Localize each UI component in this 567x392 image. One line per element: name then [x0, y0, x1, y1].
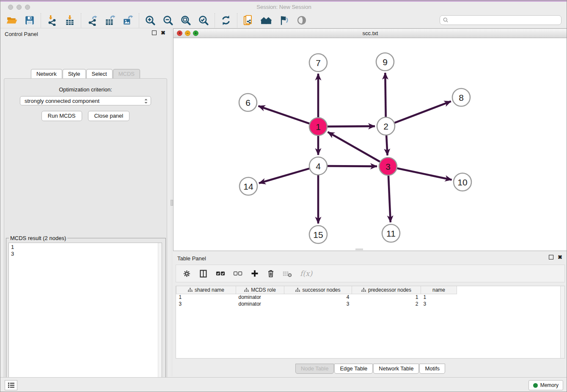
network-canvas[interactable]: 7968124314101511: [173, 38, 567, 251]
toolbar-separator: [81, 13, 81, 28]
graph-edge-4-3[interactable]: [328, 166, 377, 166]
tab-motifs[interactable]: Motifs: [419, 364, 445, 374]
tab-network-table[interactable]: Network Table: [373, 364, 419, 374]
close-table-panel-icon[interactable]: ✖: [558, 255, 562, 259]
graph-edge-2-8[interactable]: [395, 101, 451, 123]
settings-gear-icon[interactable]: [183, 270, 191, 278]
optimization-criterion-label: Optimization criterion:: [4, 86, 167, 93]
canvas-scroll-nub[interactable]: [355, 248, 363, 250]
table-toolbar: f(x): [176, 265, 565, 282]
delete-table-icon[interactable]: [283, 270, 292, 277]
graph-node-label-2: 2: [383, 121, 388, 131]
graph-node-label-14: 14: [243, 182, 253, 191]
add-column-icon[interactable]: [250, 269, 259, 278]
graph-edge-1-2[interactable]: [328, 126, 375, 127]
search-field[interactable]: [440, 15, 561, 25]
status-bar: Memory: [0, 377, 567, 392]
tab-select[interactable]: Select: [86, 69, 113, 79]
toolbar-separator: [215, 13, 215, 28]
column-header-name[interactable]: name: [421, 286, 457, 294]
import-network-icon[interactable]: [47, 15, 58, 26]
column-view-icon[interactable]: [199, 269, 208, 278]
search-icon: [443, 17, 449, 23]
graph-node-label-7: 7: [316, 58, 321, 68]
select-all-checks-icon[interactable]: [216, 270, 225, 277]
graph-edge-2-3[interactable]: [386, 135, 387, 155]
tab-node-table[interactable]: Node Table: [295, 364, 334, 374]
column-type-icon: [188, 288, 193, 292]
export-table-icon[interactable]: [105, 15, 116, 26]
hide-graphics-details-icon[interactable]: [278, 15, 289, 26]
control-panel-title: Control Panel: [5, 31, 38, 37]
control-panel: Control Panel ✖ Network Style Select MCD…: [0, 28, 171, 376]
graph-node-label-15: 15: [313, 230, 323, 240]
float-panel-icon[interactable]: [152, 30, 157, 35]
search-input[interactable]: [449, 17, 561, 23]
tab-style[interactable]: Style: [63, 69, 86, 79]
toolbar-separator: [41, 13, 41, 28]
graph-node-label-1: 1: [316, 122, 321, 132]
table-row[interactable]: 3 dominator 3 2 3: [176, 301, 457, 307]
table-scrollbar[interactable]: [560, 286, 564, 358]
table-panel: Table Panel ✖: [173, 253, 567, 376]
graph-edge-3-1[interactable]: [328, 132, 380, 162]
float-table-panel-icon[interactable]: [549, 255, 553, 259]
application-window: Session: New Session: [0, 0, 567, 392]
main-toolbar: [0, 12, 567, 28]
column-type-icon: [244, 288, 249, 292]
select-chevrons-icon: [144, 98, 148, 105]
memory-button[interactable]: Memory: [528, 380, 563, 390]
graph-node-label-6: 6: [245, 98, 250, 108]
tab-edge-table[interactable]: Edge Table: [334, 364, 373, 374]
column-header-shared-name[interactable]: shared name: [176, 286, 236, 294]
optimization-criterion-select[interactable]: strongly connected component: [20, 96, 151, 105]
column-type-icon: [295, 288, 300, 292]
close-panel-icon[interactable]: ✖: [161, 30, 165, 35]
graph-node-label-8: 8: [459, 93, 464, 102]
table-row[interactable]: 1 dominator 4 1 1: [176, 294, 457, 301]
zoom-in-icon[interactable]: [145, 15, 156, 26]
tab-network[interactable]: Network: [31, 69, 62, 79]
save-session-icon[interactable]: [24, 15, 35, 26]
export-image-icon[interactable]: [122, 15, 133, 26]
home-layouts-icon[interactable]: [261, 15, 272, 26]
column-header-successor-nodes[interactable]: successor nodes: [284, 286, 352, 294]
run-mcds-button[interactable]: Run MCDS: [41, 111, 82, 121]
network-document-icon[interactable]: [243, 15, 254, 26]
column-type-icon: [361, 288, 366, 292]
column-header-predecessor-nodes[interactable]: predecessor nodes: [352, 286, 421, 294]
graph-edge-1-6[interactable]: [259, 106, 310, 123]
import-table-icon[interactable]: [64, 15, 75, 26]
function-builder-icon[interactable]: f(x): [300, 269, 312, 278]
zoom-selected-icon[interactable]: [198, 15, 209, 26]
mcds-result-title: MCDS result (2 nodes): [9, 235, 67, 241]
network-view-window: × − + scc.txt 7968124314101511: [173, 28, 567, 251]
graph-edge-3-10[interactable]: [397, 168, 452, 180]
show-graphics-details-icon[interactable]: [296, 15, 307, 26]
task-history-button[interactable]: [5, 380, 17, 390]
graph-edge-3-11[interactable]: [388, 176, 391, 222]
export-network-icon[interactable]: [87, 15, 98, 26]
refresh-layout-icon[interactable]: [220, 15, 231, 26]
mcds-result-text: 1 3: [11, 244, 14, 257]
network-window-titlebar[interactable]: × − + scc.txt: [173, 29, 567, 38]
memory-label: Memory: [540, 382, 559, 388]
deselect-checks-icon[interactable]: [233, 270, 242, 277]
graph-edge-4-14[interactable]: [259, 168, 309, 183]
tab-mcds[interactable]: MCDS: [113, 69, 140, 79]
column-header-mcds-role[interactable]: MCDS role: [236, 286, 284, 294]
close-panel-button[interactable]: Close panel: [88, 111, 130, 121]
zoom-fit-icon[interactable]: [180, 15, 191, 26]
result-scrollbar[interactable]: [158, 243, 162, 392]
graph-edge-2-9[interactable]: [385, 73, 385, 117]
zoom-out-icon[interactable]: [162, 15, 173, 26]
node-table: shared name MCDS role successor nodes pr…: [176, 286, 565, 359]
mcds-result-area[interactable]: 1 3: [8, 243, 162, 392]
open-session-icon[interactable]: [6, 15, 17, 26]
mcds-panel-body: Optimization criterion: strongly connect…: [4, 78, 167, 392]
table-panel-title: Table Panel: [177, 255, 206, 262]
delete-column-icon[interactable]: [267, 269, 275, 278]
titlebar: Session: New Session: [0, 2, 567, 12]
network-window-title: scc.txt: [173, 30, 567, 36]
table-tabs: Node Table Edge Table Network Table Moti…: [173, 364, 567, 374]
